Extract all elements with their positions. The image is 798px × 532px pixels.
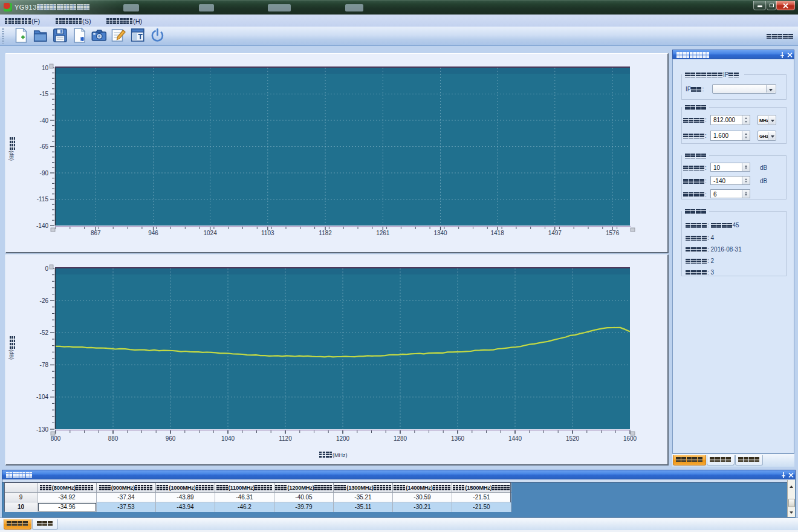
svg-text:946: 946	[148, 230, 158, 236]
svg-text:960: 960	[166, 435, 176, 442]
svg-text:-26: -26	[40, 297, 49, 304]
svg-text:1340: 1340	[433, 230, 447, 236]
svg-text:1024: 1024	[203, 230, 217, 236]
svg-text:1440: 1440	[508, 435, 522, 442]
svg-text:-40: -40	[40, 117, 49, 124]
svg-text:-130: -130	[36, 426, 48, 433]
svg-text:1261: 1261	[376, 230, 390, 236]
svg-text:1280: 1280	[394, 435, 407, 442]
svg-text:1418: 1418	[490, 230, 504, 236]
svg-text:0: 0	[45, 265, 48, 272]
svg-text:1103: 1103	[261, 230, 274, 236]
svg-text:800: 800	[51, 435, 61, 442]
svg-text:-115: -115	[37, 196, 49, 203]
svg-text:880: 880	[108, 435, 118, 442]
svg-text:1200: 1200	[336, 435, 350, 442]
svg-text:-140: -140	[36, 222, 48, 229]
svg-text:-15: -15	[40, 91, 49, 97]
svg-text:-52: -52	[40, 329, 49, 336]
svg-text:1182: 1182	[319, 230, 332, 236]
svg-text:1520: 1520	[566, 435, 580, 442]
svg-text:-104: -104	[36, 394, 48, 400]
svg-text:1576: 1576	[606, 230, 620, 236]
svg-text:1600: 1600	[623, 435, 637, 442]
svg-text:867: 867	[91, 230, 101, 236]
svg-text:10: 10	[42, 65, 49, 71]
svg-text:-90: -90	[40, 170, 49, 177]
svg-text:1360: 1360	[451, 435, 465, 442]
svg-text:-78: -78	[40, 362, 49, 368]
svg-text:1040: 1040	[221, 435, 235, 442]
svg-text:-65: -65	[40, 143, 49, 150]
svg-text:1497: 1497	[548, 230, 562, 236]
svg-text:1120: 1120	[279, 435, 292, 442]
